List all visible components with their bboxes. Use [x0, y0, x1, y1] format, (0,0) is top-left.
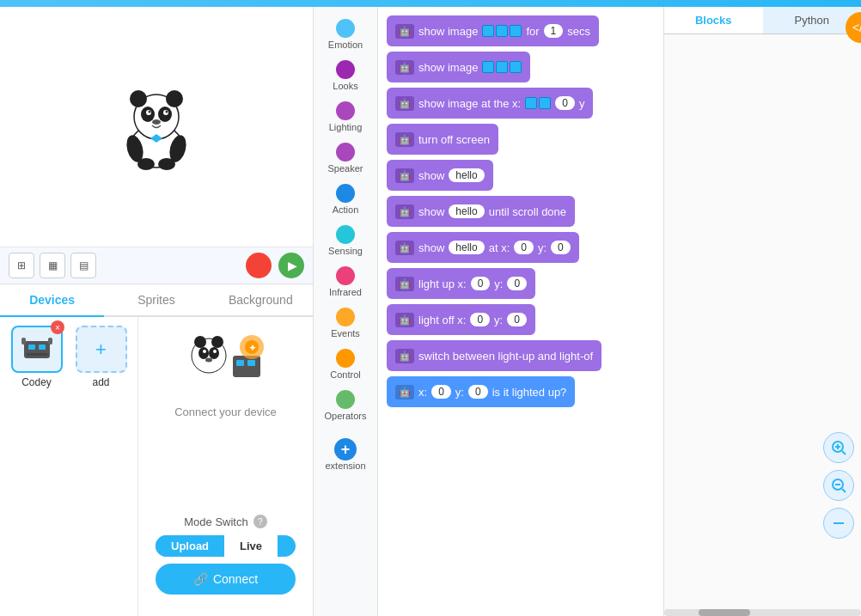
- looks-label: Looks: [333, 81, 357, 91]
- tab-background[interactable]: Background: [209, 284, 313, 317]
- block-robot-icon-4: 🤖: [395, 132, 414, 147]
- block-is-lighted[interactable]: 🤖 x: 0 y: 0 is it lighted up?: [387, 376, 575, 407]
- zoom-in-btn[interactable]: [823, 432, 854, 463]
- block-robot-icon-9: 🤖: [395, 313, 414, 327]
- block-light-up[interactable]: 🤖 light up x: 0 y: 0: [387, 268, 535, 299]
- devices-content: × Codey +: [0, 317, 313, 616]
- lighting-dot: [336, 101, 355, 120]
- x-value-3[interactable]: 0: [555, 96, 575, 110]
- block-robot-icon-6: 🤖: [395, 204, 414, 219]
- block-switch-light[interactable]: 🤖 switch between light-up and light-of: [387, 340, 601, 371]
- speaker-label: Speaker: [328, 163, 363, 174]
- action-dot: [336, 184, 355, 203]
- scrollbar-thumb[interactable]: [699, 609, 750, 616]
- mode-switch-row: Mode Switch ?: [184, 515, 266, 528]
- stop-button[interactable]: [246, 253, 272, 278]
- emotion-label: Emotion: [328, 40, 363, 50]
- y-value-9[interactable]: 0: [507, 313, 527, 326]
- code-tabs: Blocks Python </>: [664, 7, 861, 34]
- block-text-10: switch between light-up and light-of: [418, 350, 593, 363]
- svg-point-9: [166, 110, 168, 113]
- device-list: × Codey +: [0, 317, 137, 616]
- svg-point-27: [213, 350, 217, 353]
- svg-point-13: [137, 158, 155, 170]
- block-text-7: show: [418, 241, 444, 254]
- operators-dot: [336, 390, 355, 409]
- secs-value[interactable]: 1: [544, 24, 564, 38]
- block-text-4: turn off screen: [418, 133, 490, 146]
- device-close-btn[interactable]: ×: [51, 320, 64, 334]
- grid-btn[interactable]: ▦: [40, 253, 65, 278]
- category-extension[interactable]: + extension: [318, 435, 374, 474]
- tab-sprites[interactable]: Sprites: [104, 284, 208, 317]
- expand-btn[interactable]: ⊞: [9, 253, 34, 278]
- at-x-text: at x:: [489, 241, 510, 254]
- float-buttons: [816, 424, 861, 547]
- block-turn-off-screen[interactable]: 🤖 turn off screen: [387, 124, 498, 155]
- hello-value-6[interactable]: hello: [449, 204, 484, 218]
- svg-line-36: [842, 451, 846, 454]
- block-text-11: x:: [418, 386, 427, 399]
- block-text-2: show image: [418, 61, 478, 74]
- block-show-image-at[interactable]: 🤖 show image at the x: 0 y: [387, 88, 593, 119]
- block-light-off[interactable]: 🤖 light off x: 0 y: 0: [387, 304, 535, 335]
- category-infrared[interactable]: Infrared: [318, 263, 374, 301]
- mode-help-btn[interactable]: ?: [253, 515, 267, 528]
- category-sensing[interactable]: Sensing: [318, 222, 374, 259]
- is-lighted-text: is it lighted up?: [492, 386, 567, 399]
- upload-btn[interactable]: Upload: [156, 535, 224, 557]
- y-value-7[interactable]: 0: [551, 241, 571, 254]
- svg-point-2: [130, 90, 147, 107]
- tab-devices[interactable]: Devices: [0, 284, 104, 317]
- left-panel: ⊞ ▦ ▤ ▶ Devices Sprites Background ×: [0, 7, 314, 616]
- block-robot-icon-7: 🤖: [395, 241, 414, 255]
- connect-label: Connect your device: [174, 406, 277, 418]
- mode-toggle[interactable]: Upload Live: [156, 535, 296, 557]
- category-operators[interactable]: Operators: [318, 387, 374, 424]
- svg-point-23: [211, 336, 223, 348]
- hello-value-7[interactable]: hello: [449, 241, 484, 254]
- codey-device[interactable]: × Codey: [9, 326, 64, 388]
- y-value-8[interactable]: 0: [507, 277, 527, 290]
- x-value-7[interactable]: 0: [514, 241, 534, 254]
- add-device-btn[interactable]: +: [76, 326, 127, 373]
- block-robot-icon-5: 🤖: [395, 168, 414, 183]
- category-lighting[interactable]: Lighting: [318, 98, 374, 136]
- live-btn[interactable]: Live: [224, 535, 278, 557]
- x-value-8[interactable]: 0: [471, 277, 491, 290]
- category-action[interactable]: Action: [318, 180, 374, 218]
- emotion-dot: [336, 19, 355, 38]
- tab-blocks[interactable]: Blocks: [664, 7, 763, 34]
- svg-text:✦: ✦: [248, 342, 257, 354]
- operators-label: Operators: [325, 411, 367, 421]
- connect-button[interactable]: 🔗 Connect: [156, 564, 296, 595]
- svg-rect-19: [21, 338, 26, 345]
- block-show-image[interactable]: 🤖 show image: [387, 52, 530, 82]
- category-control[interactable]: Control: [318, 345, 374, 383]
- block-show-hello-xy[interactable]: 🤖 show hello at x: 0 y: 0: [387, 232, 579, 263]
- category-events[interactable]: Events: [318, 304, 374, 342]
- play-button[interactable]: ▶: [278, 253, 304, 278]
- category-speaker[interactable]: Speaker: [318, 139, 374, 177]
- category-looks[interactable]: Looks: [318, 57, 374, 95]
- block-show-hello-scroll[interactable]: 🤖 show hello until scroll done: [387, 196, 575, 227]
- block-show-image-for[interactable]: 🤖 show image for 1 secs: [387, 15, 599, 46]
- looks-dot: [336, 60, 355, 79]
- codey-icon: [20, 334, 54, 364]
- block-robot-icon-3: 🤖: [395, 96, 414, 111]
- x-value-9[interactable]: 0: [470, 313, 490, 326]
- sensing-dot: [336, 225, 355, 244]
- add-device-item[interactable]: + add: [73, 326, 129, 388]
- block-show-hello[interactable]: 🤖 show hello: [387, 160, 493, 191]
- block-text-8: light up x:: [418, 278, 467, 290]
- horizontal-scrollbar[interactable]: [664, 609, 861, 616]
- hello-value-5[interactable]: hello: [449, 168, 484, 182]
- list-btn[interactable]: ▤: [70, 253, 96, 278]
- extension-btn[interactable]: +: [334, 438, 357, 460]
- reset-btn[interactable]: [823, 508, 854, 539]
- y-value-11[interactable]: 0: [468, 385, 488, 399]
- zoom-out-btn[interactable]: [823, 470, 854, 501]
- x-value-11[interactable]: 0: [431, 385, 451, 399]
- tab-bar: Devices Sprites Background: [0, 284, 313, 317]
- category-emotion[interactable]: Emotion: [318, 15, 374, 53]
